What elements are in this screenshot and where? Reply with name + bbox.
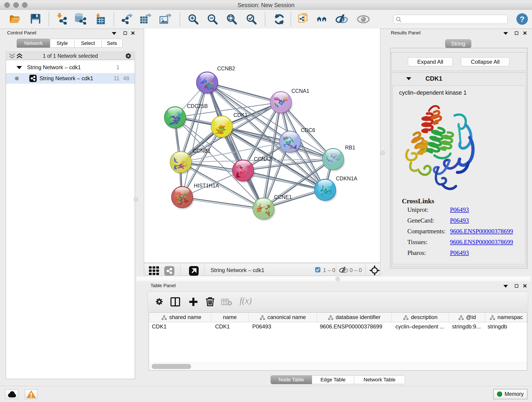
svg-text:CDC6: CDC6 xyxy=(301,127,315,133)
svg-text:CDK1: CDK1 xyxy=(234,112,247,118)
svg-text:CDKN1A: CDKN1A xyxy=(336,176,357,182)
svg-text:CCNE1: CCNE1 xyxy=(274,194,292,200)
svg-text:CCNB2: CCNB2 xyxy=(217,65,235,71)
svg-text:CCNA1: CCNA1 xyxy=(291,88,309,94)
svg-text:CCNB1: CCNB1 xyxy=(193,148,210,154)
svg-text:HIST1H1A: HIST1H1A xyxy=(194,183,219,189)
svg-text:RB1: RB1 xyxy=(345,145,355,151)
svg-text:CDC25B: CDC25B xyxy=(187,103,208,109)
svg-text:CCNA2: CCNA2 xyxy=(254,156,272,162)
